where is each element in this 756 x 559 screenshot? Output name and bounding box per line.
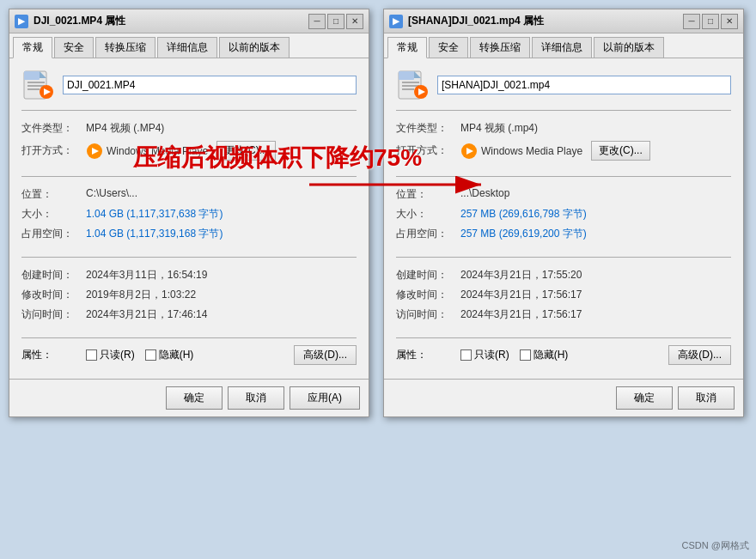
right-hidden-label: 隐藏(H) bbox=[533, 348, 569, 362]
right-advanced-button[interactable]: 高级(D)... bbox=[668, 345, 731, 365]
left-hidden-checkbox[interactable] bbox=[145, 349, 156, 361]
right-accessed-label: 访问时间： bbox=[396, 307, 460, 322]
left-disksize-value: 1.04 GB (1,117,319,168 字节) bbox=[86, 227, 357, 241]
right-size-label: 大小： bbox=[396, 207, 460, 222]
right-location-section: 位置： ...\Desktop 大小： 257 MB (269,616,798 … bbox=[396, 184, 731, 250]
left-readonly-checkbox[interactable] bbox=[86, 349, 97, 361]
right-tab-compress[interactable]: 转换压缩 bbox=[470, 37, 530, 58]
left-title-controls: ─ □ ✕ bbox=[308, 14, 363, 29]
left-tab-previous[interactable]: 以前的版本 bbox=[219, 37, 290, 58]
right-accessed-row: 访问时间： 2024年3月21日，17:56:17 bbox=[396, 307, 731, 322]
svg-rect-14 bbox=[402, 85, 419, 87]
right-modified-row: 修改时间： 2024年3月21日，17:56:17 bbox=[396, 288, 731, 302]
right-title-bar[interactable]: ▶ [SHANA]DJI_0021.mp4 属性 ─ □ ✕ bbox=[384, 9, 743, 33]
right-divider-1 bbox=[396, 110, 731, 111]
left-openwith-label: 打开方式： bbox=[21, 143, 86, 158]
right-modified-value: 2024年3月21日，17:56:17 bbox=[460, 288, 731, 302]
right-readonly-checkbox[interactable] bbox=[460, 349, 472, 361]
right-filename-input[interactable] bbox=[437, 76, 731, 94]
right-tab-bar: 常规 安全 转换压缩 详细信息 以前的版本 bbox=[384, 33, 743, 58]
right-readonly-checkbox-item[interactable]: 只读(R) bbox=[460, 348, 509, 362]
left-created-row: 创建时间： 2024年3月11日，16:54:19 bbox=[21, 268, 357, 283]
left-accessed-row: 访问时间： 2024年3月21日，17:46:14 bbox=[21, 307, 357, 322]
left-tab-compress[interactable]: 转换压缩 bbox=[95, 37, 155, 58]
right-maximize-button[interactable]: □ bbox=[702, 14, 719, 29]
right-title-controls: ─ □ ✕ bbox=[683, 14, 738, 29]
left-tab-security[interactable]: 安全 bbox=[54, 37, 94, 58]
left-hidden-checkbox-item[interactable]: 隐藏(H) bbox=[145, 348, 194, 362]
right-attr-options: 只读(R) 隐藏(H) bbox=[460, 348, 568, 362]
left-modified-label: 修改时间： bbox=[21, 288, 86, 302]
right-hidden-checkbox[interactable] bbox=[520, 349, 531, 361]
left-size-row: 大小： 1.04 GB (1,117,317,638 字节) bbox=[21, 207, 357, 222]
left-tab-bar: 常规 安全 转换压缩 详细信息 以前的版本 bbox=[9, 33, 369, 58]
left-mediaplayer-icon bbox=[86, 143, 103, 160]
right-cancel-button[interactable]: 取消 bbox=[678, 386, 735, 410]
right-minimize-button[interactable]: ─ bbox=[683, 14, 700, 29]
left-dialog: ▶ DJI_0021.MP4 属性 ─ □ ✕ 常规 安全 转换压缩 详细信息 … bbox=[9, 9, 369, 417]
right-hidden-checkbox-item[interactable]: 隐藏(H) bbox=[520, 348, 569, 362]
left-filetype-label: 文件类型： bbox=[21, 121, 86, 136]
left-filetype-value: MP4 视频 (.MP4) bbox=[86, 121, 357, 136]
left-ok-button[interactable]: 确定 bbox=[166, 386, 223, 410]
left-maximize-button[interactable]: □ bbox=[327, 14, 344, 29]
left-attributes-label: 属性： bbox=[21, 348, 86, 362]
left-size-value: 1.04 GB (1,117,317,638 字节) bbox=[86, 207, 357, 222]
left-close-button[interactable]: ✕ bbox=[346, 14, 363, 29]
right-openwith-row: 打开方式： Windows Media Playe 更改(C)... bbox=[396, 141, 731, 161]
right-modified-label: 修改时间： bbox=[396, 288, 460, 302]
right-accessed-value: 2024年3月21日，17:56:17 bbox=[460, 307, 731, 322]
right-change-button[interactable]: 更改(C)... bbox=[591, 141, 650, 161]
left-location-label: 位置： bbox=[21, 187, 86, 202]
right-mediaplayer-icon bbox=[460, 143, 478, 160]
right-created-row: 创建时间： 2024年3月21日，17:55:20 bbox=[396, 268, 731, 283]
left-cancel-button[interactable]: 取消 bbox=[228, 386, 284, 410]
right-attributes-row: 属性： 只读(R) 隐藏(H) 高级(D)... bbox=[396, 345, 731, 365]
right-size-row: 大小： 257 MB (269,616,798 字节) bbox=[396, 207, 731, 222]
left-readonly-label: 只读(R) bbox=[100, 348, 135, 362]
left-location-row: 位置： C:\Users\... bbox=[21, 187, 357, 202]
right-location-value: ...\Desktop bbox=[460, 187, 731, 199]
right-openwith-app: Windows Media Playe 更改(C)... bbox=[460, 141, 731, 161]
right-divider-4 bbox=[396, 337, 731, 338]
left-minimize-button[interactable]: ─ bbox=[308, 14, 326, 29]
left-info-section: 文件类型： MP4 视频 (.MP4) 打开方式： Windows Media … bbox=[21, 118, 357, 169]
right-info-section: 文件类型： MP4 视频 (.mp4) 打开方式： Windows Media … bbox=[396, 118, 731, 169]
right-ok-button[interactable]: 确定 bbox=[616, 386, 673, 410]
watermark: CSDN @网格式 bbox=[682, 539, 749, 552]
svg-rect-4 bbox=[27, 85, 45, 87]
right-close-button[interactable]: ✕ bbox=[721, 14, 738, 29]
left-tab-general[interactable]: 常规 bbox=[13, 37, 52, 58]
svg-rect-1 bbox=[24, 71, 40, 80]
right-tab-previous[interactable]: 以前的版本 bbox=[594, 37, 664, 58]
left-dialog-title: ▶ DJI_0021.MP4 属性 bbox=[15, 14, 125, 28]
right-created-label: 创建时间： bbox=[396, 268, 460, 283]
left-filename-input[interactable] bbox=[63, 76, 357, 94]
left-advanced-button[interactable]: 高级(D)... bbox=[294, 345, 357, 365]
svg-rect-5 bbox=[27, 88, 40, 90]
right-disksize-value: 257 MB (269,619,200 字节) bbox=[460, 227, 731, 241]
left-readonly-checkbox-item[interactable]: 只读(R) bbox=[86, 348, 135, 362]
right-size-value: 257 MB (269,616,798 字节) bbox=[460, 207, 731, 222]
left-accessed-label: 访问时间： bbox=[21, 307, 86, 322]
right-created-value: 2024年3月21日，17:55:20 bbox=[460, 268, 731, 283]
left-size-label: 大小： bbox=[21, 207, 86, 222]
left-apply-button[interactable]: 应用(A) bbox=[290, 386, 360, 410]
right-dates-section: 创建时间： 2024年3月21日，17:55:20 修改时间： 2024年3月2… bbox=[396, 264, 731, 331]
left-openwith-app: Windows Media Playe 更改(C)... bbox=[86, 141, 357, 161]
left-change-button[interactable]: 更改(C)... bbox=[216, 141, 276, 161]
right-openwith-name: Windows Media Playe bbox=[481, 145, 582, 157]
right-location-label: 位置： bbox=[396, 187, 460, 202]
left-title-bar[interactable]: ▶ DJI_0021.MP4 属性 ─ □ ✕ bbox=[9, 9, 369, 33]
right-dialog: ▶ [SHANA]DJI_0021.mp4 属性 ─ □ ✕ 常规 安全 转换压… bbox=[383, 9, 744, 417]
right-tab-details[interactable]: 详细信息 bbox=[532, 37, 592, 58]
desktop: ▶ DJI_0021.MP4 属性 ─ □ ✕ 常规 安全 转换压缩 详细信息 … bbox=[0, 0, 756, 559]
left-tab-details[interactable]: 详细信息 bbox=[157, 37, 217, 58]
left-openwith-row: 打开方式： Windows Media Playe 更改(C)... bbox=[21, 141, 357, 161]
left-file-icon bbox=[21, 69, 54, 101]
right-tab-general[interactable]: 常规 bbox=[387, 37, 427, 58]
right-readonly-label: 只读(R) bbox=[474, 348, 509, 362]
right-tab-security[interactable]: 安全 bbox=[429, 37, 468, 58]
left-modified-value: 2019年8月2日，1:03:22 bbox=[86, 288, 357, 302]
right-file-header bbox=[396, 69, 731, 101]
